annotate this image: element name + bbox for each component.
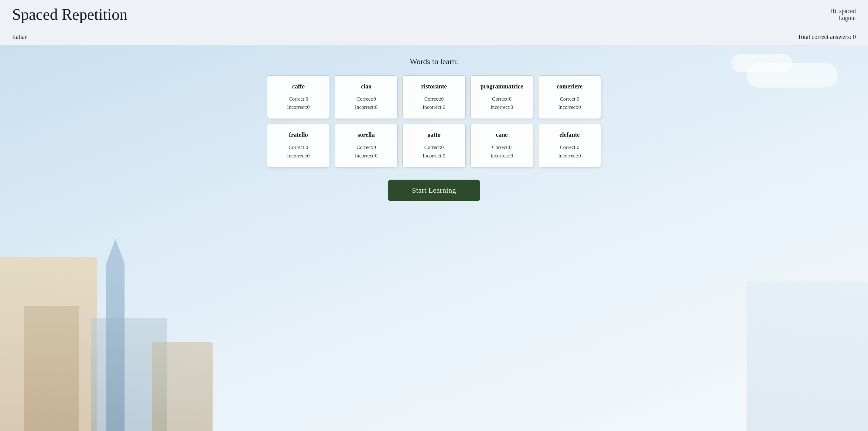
cloud-2 bbox=[731, 54, 792, 73]
word-card: caneCorrect:0Incorrect:0 bbox=[470, 124, 533, 167]
start-button-wrapper: Start Learning bbox=[6, 180, 862, 201]
word-stats: Correct:0Incorrect:0 bbox=[272, 143, 325, 160]
word-name: fratello bbox=[272, 131, 325, 138]
sub-header: Italian Total correct answers: 0 bbox=[0, 29, 868, 45]
header: Spaced Repetition Hi, spaced Logout bbox=[0, 0, 868, 29]
word-card: ciaoCorrect:0Incorrect:0 bbox=[335, 76, 398, 119]
language-label: Italian bbox=[12, 33, 28, 40]
logout-link[interactable]: Logout bbox=[830, 15, 856, 22]
start-learning-button[interactable]: Start Learning bbox=[388, 180, 480, 201]
word-card: gattoCorrect:0Incorrect:0 bbox=[402, 124, 465, 167]
word-name: sorella bbox=[340, 131, 393, 138]
words-grid-row1: caffeCorrect:0Incorrect:0ciaoCorrect:0In… bbox=[267, 76, 601, 119]
word-name: comeriere bbox=[543, 83, 596, 90]
word-name: ciao bbox=[340, 83, 393, 90]
score-label: Total correct answers: 0 bbox=[798, 33, 856, 40]
word-stats: Correct:0Incorrect:0 bbox=[340, 143, 393, 160]
user-info: Hi, spaced Logout bbox=[830, 8, 856, 22]
app-title: Spaced Repetition bbox=[12, 5, 128, 23]
word-card: comeriereCorrect:0Incorrect:0 bbox=[538, 76, 601, 119]
word-stats: Correct:0Incorrect:0 bbox=[543, 95, 596, 111]
greeting-text: Hi, spaced bbox=[830, 8, 856, 15]
word-stats: Correct:0Incorrect:0 bbox=[475, 95, 528, 111]
word-card: ristoranteCorrect:0Incorrect:0 bbox=[402, 76, 465, 119]
building-2 bbox=[24, 306, 79, 431]
word-name: programmatrice bbox=[475, 83, 528, 90]
word-stats: Correct:0Incorrect:0 bbox=[272, 95, 325, 111]
word-stats: Correct:0Incorrect:0 bbox=[543, 143, 596, 160]
building-1 bbox=[0, 257, 97, 431]
building-3 bbox=[91, 318, 167, 431]
word-stats: Correct:0Incorrect:0 bbox=[408, 95, 460, 111]
cloud-1 bbox=[746, 63, 838, 88]
word-stats: Correct:0Incorrect:0 bbox=[475, 143, 528, 160]
word-name: elefante bbox=[543, 131, 596, 138]
word-card: fratelloCorrect:0Incorrect:0 bbox=[267, 124, 330, 167]
word-card: caffeCorrect:0Incorrect:0 bbox=[267, 76, 330, 119]
words-section: Words to learn: caffeCorrect:0Incorrect:… bbox=[267, 57, 601, 168]
words-section-title: Words to learn: bbox=[267, 57, 601, 66]
word-card: programmatriceCorrect:0Incorrect:0 bbox=[470, 76, 533, 119]
word-stats: Correct:0Incorrect:0 bbox=[340, 95, 393, 111]
words-grid-row2: fratelloCorrect:0Incorrect:0sorellaCorre… bbox=[267, 124, 601, 167]
main-content: Words to learn: caffeCorrect:0Incorrect:… bbox=[0, 45, 868, 431]
word-card: sorellaCorrect:0Incorrect:0 bbox=[335, 124, 398, 167]
word-name: ristorante bbox=[408, 83, 460, 90]
word-stats: Correct:0Incorrect:0 bbox=[408, 143, 460, 160]
word-name: gatto bbox=[408, 131, 460, 138]
building-4 bbox=[152, 342, 213, 431]
building-5 bbox=[746, 282, 868, 431]
word-name: cane bbox=[475, 131, 528, 138]
word-name: caffe bbox=[272, 83, 325, 90]
word-card: elefanteCorrect:0Incorrect:0 bbox=[538, 124, 601, 167]
building-tower bbox=[106, 263, 125, 431]
